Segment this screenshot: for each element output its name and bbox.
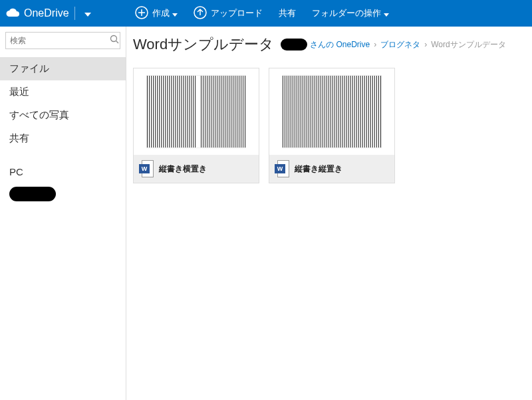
sidebar-item-shared[interactable]: 共有 xyxy=(0,127,126,150)
chevron-down-icon xyxy=(384,9,389,19)
top-bar: OneDrive 作成 アップロード 共有 フォルダーの操作 xyxy=(0,0,532,27)
breadcrumb-folder[interactable]: ブログネタ xyxy=(380,39,420,50)
doc-preview-icon xyxy=(146,75,246,148)
brand-name: OneDrive xyxy=(24,7,69,19)
breadcrumb-root[interactable]: さんの OneDrive xyxy=(310,39,370,50)
sidebar-item-label: 最近 xyxy=(9,86,29,97)
upload-label: アップロード xyxy=(211,7,263,19)
upload-button[interactable]: アップロード xyxy=(187,2,269,25)
sidebar-item-redacted xyxy=(9,187,56,201)
chevron-down-icon[interactable] xyxy=(79,9,96,19)
search-input[interactable] xyxy=(10,36,110,45)
file-thumbnail xyxy=(269,68,394,155)
word-file-icon: W xyxy=(139,160,154,177)
folder-ops-label: フォルダーの操作 xyxy=(312,7,381,19)
chevron-right-icon: › xyxy=(374,40,376,49)
search-icon[interactable] xyxy=(110,35,119,47)
file-item[interactable]: W 縦書き縦置き xyxy=(269,68,395,183)
search-box[interactable] xyxy=(5,32,120,49)
file-item[interactable]: W 縦書き横置き xyxy=(133,68,259,183)
sidebar-item-label: 共有 xyxy=(9,132,29,144)
file-meta: W 縦書き縦置き xyxy=(269,155,394,183)
share-label: 共有 xyxy=(279,7,296,19)
breadcrumb: さんの OneDrive › ブログネタ › Wordサンプルデータ xyxy=(281,39,505,50)
sidebar-item-label: すべての写真 xyxy=(9,109,69,120)
file-meta: W 縦書き横置き xyxy=(134,155,259,183)
create-button[interactable]: 作成 xyxy=(128,2,184,25)
chevron-down-icon xyxy=(172,9,178,19)
file-grid: W 縦書き横置き W 縦書き縦置き xyxy=(133,68,525,183)
sidebar-item-label: ファイル xyxy=(9,62,49,74)
content-area: ファイル 最近 すべての写真 共有 PC Wordサンプルデータ さんの One… xyxy=(0,27,532,400)
nav-list: ファイル 最近 すべての写真 共有 PC xyxy=(0,54,126,205)
doc-preview-icon xyxy=(282,75,382,148)
page-header: Wordサンプルデータ さんの OneDrive › ブログネタ › Wordサ… xyxy=(133,35,525,54)
brand[interactable]: OneDrive xyxy=(0,0,102,27)
svg-point-2 xyxy=(111,36,117,42)
nav-spacer xyxy=(0,150,126,161)
upload-circle-icon xyxy=(194,6,207,21)
page-title: Wordサンプルデータ xyxy=(133,35,274,54)
share-button[interactable]: 共有 xyxy=(272,3,303,23)
svg-line-3 xyxy=(116,41,119,44)
word-file-icon: W xyxy=(275,160,289,177)
plus-circle-icon xyxy=(135,6,148,21)
sidebar-item-photos[interactable]: すべての写真 xyxy=(0,104,126,127)
brand-separator xyxy=(74,7,75,20)
chevron-right-icon: › xyxy=(424,40,427,49)
breadcrumb-current: Wordサンプルデータ xyxy=(431,39,505,50)
sidebar-item-label: PC xyxy=(9,166,23,177)
file-thumbnail xyxy=(134,68,259,155)
owner-redacted xyxy=(281,39,307,50)
search-wrap xyxy=(0,27,126,54)
toolbar: 作成 アップロード 共有 フォルダーの操作 xyxy=(128,2,396,25)
sidebar: ファイル 最近 すべての写真 共有 PC xyxy=(0,27,126,400)
file-name: 縦書き横置き xyxy=(159,163,207,175)
main-panel: Wordサンプルデータ さんの OneDrive › ブログネタ › Wordサ… xyxy=(126,27,532,400)
cloud-icon xyxy=(5,8,20,19)
file-name: 縦書き縦置き xyxy=(295,163,342,175)
sidebar-item-files[interactable]: ファイル xyxy=(0,57,126,80)
sidebar-item-pc[interactable]: PC xyxy=(0,161,126,183)
folder-ops-button[interactable]: フォルダーの操作 xyxy=(305,3,396,23)
sidebar-item-recent[interactable]: 最近 xyxy=(0,80,126,104)
create-label: 作成 xyxy=(152,7,170,19)
